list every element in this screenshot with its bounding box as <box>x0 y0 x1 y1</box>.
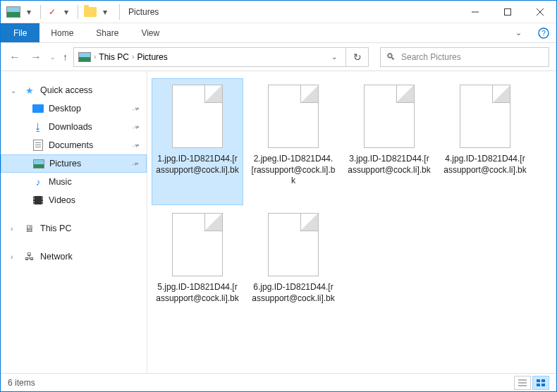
pin-icon: 📌︎ <box>130 103 142 114</box>
this-pc-label: This PC <box>40 223 71 233</box>
sidebar-item-pictures[interactable]: Pictures 📌︎ <box>1 154 147 173</box>
qat-dropdown-icon[interactable]: ▾ <box>23 6 35 18</box>
view-switcher <box>514 376 549 390</box>
sidebar-item-desktop[interactable]: Desktop 📌︎ <box>1 99 147 118</box>
help-icon: ? <box>538 27 549 39</box>
details-view-icon <box>518 379 527 386</box>
up-button[interactable]: ↑ <box>63 51 68 63</box>
explorer-icon <box>6 6 20 18</box>
file-icon <box>172 85 223 148</box>
sidebar-item-label: Music <box>49 177 72 187</box>
file-icon <box>268 85 319 148</box>
pin-icon: 📌︎ <box>130 158 141 169</box>
caret-down-icon[interactable]: ⌄ <box>11 87 19 94</box>
tab-home[interactable]: Home <box>39 23 85 42</box>
sidebar-item-downloads[interactable]: ⭳ Downloads 📌︎ <box>1 118 147 136</box>
svg-text:?: ? <box>541 30 546 37</box>
minimize-button[interactable] <box>459 1 491 23</box>
network-label: Network <box>40 252 73 262</box>
svg-rect-10 <box>541 379 545 382</box>
file-icon <box>268 213 319 276</box>
ribbon-spacer <box>171 23 506 42</box>
sidebar-item-documents[interactable]: Documents 📌︎ <box>1 136 147 154</box>
desktop-icon <box>32 103 44 114</box>
titlebar-left: ▾ ✓ ▾ ▾ Pictures <box>1 4 159 20</box>
videos-icon <box>32 195 44 206</box>
close-button[interactable] <box>524 1 556 23</box>
caret-right-icon[interactable]: › <box>11 253 19 261</box>
file-tab[interactable]: File <box>1 23 39 42</box>
history-dropdown[interactable]: ⌄ <box>50 54 56 61</box>
sidebar-item-label: Downloads <box>49 122 92 132</box>
location-icon <box>78 52 91 62</box>
sidebar-this-pc[interactable]: › 🖥︎ This PC <box>1 219 147 238</box>
file-item[interactable]: 4.jpg.ID-1D821D44.[rassupport@cock.li].b… <box>439 78 531 205</box>
file-name: 1.jpg.ID-1D821D44.[rassupport@cock.li].b… <box>155 154 240 176</box>
tree-gap <box>1 238 147 247</box>
pin-icon: 📌︎ <box>130 121 142 133</box>
content-pane[interactable]: 1.jpg.ID-1D821D44.[rassupport@cock.li].b… <box>147 71 556 373</box>
forward-button[interactable]: → <box>29 51 43 63</box>
caret-right-icon[interactable]: › <box>11 225 19 233</box>
svg-rect-12 <box>541 384 545 386</box>
sidebar-item-label: Desktop <box>49 104 81 114</box>
sidebar-item-music[interactable]: ♪ Music <box>1 173 147 191</box>
window-controls <box>459 1 556 23</box>
ribbon-toggle[interactable]: ⌄ <box>506 23 531 42</box>
window-title: Pictures <box>128 7 159 17</box>
titlebar: ▾ ✓ ▾ ▾ Pictures <box>1 1 556 23</box>
address-dropdown[interactable]: ⌄ <box>327 53 341 61</box>
qat-menu-icon[interactable]: ▾ <box>99 6 111 18</box>
back-button[interactable]: ← <box>8 51 22 63</box>
file-item[interactable]: 1.jpg.ID-1D821D44.[rassupport@cock.li].b… <box>152 78 243 205</box>
properties-icon[interactable]: ✓ <box>47 6 58 18</box>
ribbon: File Home Share View ⌄ ? <box>1 23 556 43</box>
navbar: ← → ⌄ ↑ › This PC › Pictures ⌄ ↻ 🔍︎ Sear… <box>1 43 556 71</box>
file-name: 2.jpeg.ID-1D821D44.[rassupport@cock.li].… <box>251 154 336 187</box>
address-bar[interactable]: › This PC › Pictures ⌄ <box>73 47 346 67</box>
file-item[interactable]: 6.jpg.ID-1D821D44.[rassupport@cock.li].b… <box>247 207 339 333</box>
qat-dropdown-icon[interactable]: ▾ <box>61 6 72 18</box>
qat-separator <box>78 5 78 19</box>
sidebar-quick-access[interactable]: ⌄ ★ Quick access <box>1 81 147 99</box>
breadcrumb-folder[interactable]: Pictures <box>137 52 167 62</box>
breadcrumb-root[interactable]: This PC <box>99 52 129 62</box>
sidebar-item-label: Videos <box>49 195 75 205</box>
file-name: 3.jpg.ID-1D821D44.[rassupport@cock.li].b… <box>347 154 431 176</box>
tab-share[interactable]: Share <box>85 23 130 42</box>
file-item[interactable]: 2.jpeg.ID-1D821D44.[rassupport@cock.li].… <box>247 78 339 205</box>
refresh-button[interactable]: ↻ <box>346 47 369 67</box>
nav-arrows: ← → ⌄ ↑ <box>8 51 68 63</box>
icons-view-button[interactable] <box>532 376 549 390</box>
help-button[interactable]: ? <box>531 23 556 42</box>
sidebar-item-label: Pictures <box>49 159 81 169</box>
maximize-icon <box>504 8 511 16</box>
search-icon: 🔍︎ <box>386 51 396 62</box>
pin-icon: 📌︎ <box>130 140 142 151</box>
pc-icon: 🖥︎ <box>23 223 36 234</box>
pictures-icon <box>32 158 45 169</box>
status-text: 6 items <box>8 378 35 388</box>
file-name: 5.jpg.ID-1D821D44.[rassupport@cock.li].b… <box>155 282 240 304</box>
sidebar-item-videos[interactable]: Videos <box>1 191 147 209</box>
file-item[interactable]: 5.jpg.ID-1D821D44.[rassupport@cock.li].b… <box>152 207 243 333</box>
search-input[interactable]: 🔍︎ Search Pictures <box>380 47 549 67</box>
svg-rect-11 <box>537 384 540 386</box>
downloads-icon: ⭳ <box>32 121 44 133</box>
sidebar-network[interactable]: › 🖧︎ Network <box>1 247 147 266</box>
minimize-icon <box>472 8 479 16</box>
close-icon <box>537 8 544 16</box>
file-name: 4.jpg.ID-1D821D44.[rassupport@cock.li].b… <box>443 154 527 176</box>
icons-view-icon <box>537 379 545 386</box>
maximize-button[interactable] <box>491 1 524 23</box>
documents-icon <box>32 140 44 151</box>
file-item[interactable]: 3.jpg.ID-1D821D44.[rassupport@cock.li].b… <box>343 78 435 205</box>
folder-icon <box>84 7 97 17</box>
music-icon: ♪ <box>32 176 44 188</box>
qat-separator <box>40 5 41 19</box>
statusbar: 6 items <box>1 373 556 391</box>
quick-access-label: Quick access <box>40 85 92 95</box>
tab-view[interactable]: View <box>130 23 171 42</box>
sidebar: ⌄ ★ Quick access Desktop 📌︎ ⭳ Downloads … <box>1 71 147 373</box>
details-view-button[interactable] <box>514 376 531 390</box>
